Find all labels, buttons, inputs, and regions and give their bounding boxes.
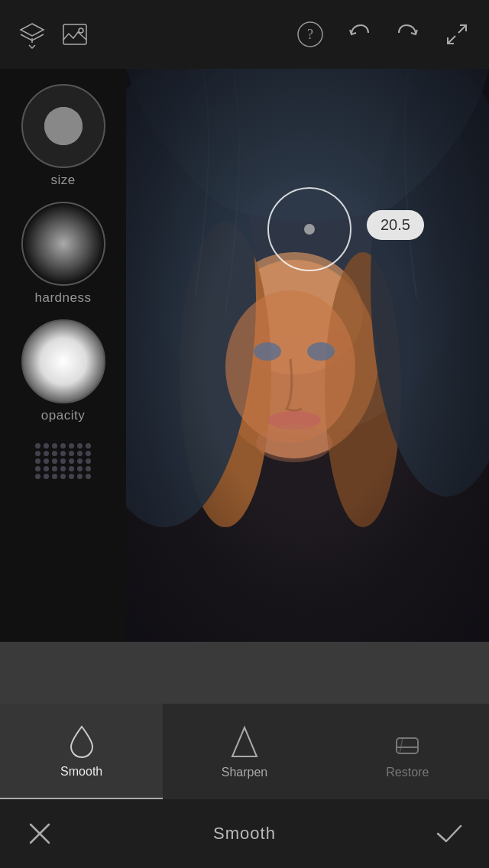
smooth-icon [66, 724, 97, 759]
svg-point-2 [79, 28, 83, 33]
dot [86, 458, 91, 464]
opacity-control[interactable]: opacity [21, 319, 105, 423]
dot [60, 458, 66, 464]
dot [52, 458, 57, 464]
svg-line-6 [448, 36, 455, 44]
smooth-label: Smooth [60, 765, 102, 779]
gallery-button[interactable] [58, 18, 92, 51]
dot [69, 458, 74, 464]
dot [44, 474, 49, 479]
dot [77, 466, 83, 471]
svg-text:?: ? [307, 27, 313, 42]
dot [69, 443, 74, 449]
svg-marker-0 [21, 24, 44, 36]
opacity-label: opacity [41, 408, 85, 423]
tab-sharpen[interactable]: Sharpen [163, 704, 325, 799]
portrait-image [126, 69, 489, 642]
dot [60, 443, 66, 449]
restore-icon [392, 724, 423, 760]
dot [52, 474, 57, 479]
dot [52, 451, 57, 456]
dot [52, 443, 57, 449]
layers-button[interactable] [15, 18, 49, 51]
help-button[interactable]: ? [293, 18, 327, 51]
dot [52, 466, 57, 471]
sharpen-icon [229, 724, 260, 760]
dot [60, 451, 66, 456]
tab-smooth[interactable]: Smooth [0, 704, 163, 799]
dot [60, 474, 66, 479]
dot [86, 466, 91, 471]
left-panel: size hardness opacity [0, 69, 126, 642]
dot [60, 466, 66, 471]
redo-button[interactable] [391, 18, 425, 51]
svg-rect-1 [63, 24, 86, 44]
svg-line-5 [458, 25, 466, 33]
size-circle[interactable] [21, 84, 105, 168]
dot [35, 458, 40, 464]
canvas-bottom-overlay [0, 642, 489, 708]
expand-button[interactable] [440, 18, 474, 51]
main-area: 20.5 size hardness opacity [0, 69, 489, 708]
dot [69, 451, 74, 456]
svg-line-24 [400, 738, 403, 753]
dot [44, 466, 49, 471]
dot [77, 443, 83, 449]
dot [69, 466, 74, 471]
size-control[interactable]: size [21, 84, 105, 188]
tool-tabs: Smooth Sharpen Restore [0, 703, 489, 799]
undo-button[interactable] [342, 18, 376, 51]
toolbar-right: ? [293, 18, 474, 51]
top-toolbar: ? [0, 0, 489, 69]
dot [35, 451, 40, 456]
dot [69, 474, 74, 479]
confirm-button[interactable] [432, 817, 466, 850]
dot [35, 466, 40, 471]
size-label: size [50, 173, 75, 188]
dot [86, 451, 91, 456]
dot [77, 474, 83, 479]
cancel-button[interactable] [23, 817, 57, 850]
sharpen-label: Sharpen [222, 766, 268, 779]
dot [44, 451, 49, 456]
dot [35, 443, 40, 449]
dot [44, 443, 49, 449]
dot [35, 474, 40, 479]
bottom-bar: Smooth [0, 799, 489, 868]
dot [86, 443, 91, 449]
toolbar-left [15, 18, 92, 51]
tab-restore[interactable]: Restore [326, 704, 489, 799]
bottom-title: Smooth [213, 824, 276, 844]
restore-label: Restore [386, 766, 429, 779]
opacity-circle[interactable] [21, 319, 105, 403]
hardness-label: hardness [35, 290, 92, 306]
brush-pattern-grid[interactable] [29, 437, 98, 485]
dot [86, 474, 91, 479]
photo-canvas[interactable]: 20.5 [126, 69, 489, 642]
hardness-circle[interactable] [21, 202, 105, 286]
dot [77, 458, 83, 464]
dot [77, 451, 83, 456]
dot [44, 458, 49, 464]
hardness-control[interactable]: hardness [21, 202, 105, 306]
